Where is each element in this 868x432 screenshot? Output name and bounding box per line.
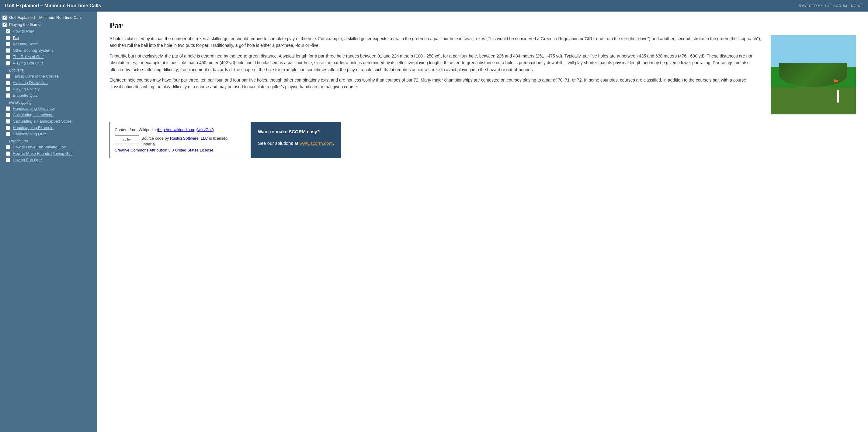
etiquette-quiz-checkbox[interactable] [6,93,10,98]
avoiding-distraction-checkbox[interactable] [6,81,10,85]
sidebar-item-handicapping-example[interactable]: Handicapping Example [0,124,97,131]
golf-course-image [771,35,856,114]
sidebar-item-playing-politely[interactable]: Playing Politely [0,86,97,92]
par-link[interactable]: Par [13,35,19,40]
other-scoring-link[interactable]: Other Scoring Systems [13,48,54,53]
playing-quiz-checkbox[interactable] [6,61,10,65]
scorm-line2-prefix: See our solutions at [258,141,300,146]
make-friends-checkbox[interactable] [6,152,10,156]
wikipedia-text: Content from Wikipedia (http://en.wikipe… [115,127,238,133]
keeping-score-link[interactable]: Keeping Score [13,42,39,46]
calculating-handicapped-score-link[interactable]: Calculating a Handicapped Score [13,119,71,124]
scorm-promo-box: Want to make SCORM easy? See our solutio… [251,122,341,158]
license-link[interactable]: Creative Commons Attribution 3.0 United … [115,148,213,152]
scorm-line2: See our solutions at www.scorm.com. [258,139,334,147]
period: . [213,148,214,152]
sidebar-item-etiquette-quiz[interactable]: Etiquette Quiz [0,92,97,99]
how-to-have-fun-link[interactable]: How to Have Fun Playing Golf [13,145,66,149]
sidebar-root-item: Golf Explained – Minimum Run-time Calls [0,14,97,21]
cc-icon: cc by [115,135,139,144]
sidebar-item-calculating-handicapped-score[interactable]: Calculating a Handicapped Score [0,118,97,124]
powered-by-label: POWERED BY THE SCORM ENGINE [798,4,863,8]
sidebar-item-rules-of-golf[interactable]: The Rules of Golf [0,54,97,60]
source-link[interactable]: Rustici Software, LLC [170,136,208,141]
how-to-have-fun-checkbox[interactable] [6,145,10,149]
cc-license-row: cc by Source code by Rustici Software, L… [115,135,238,153]
sidebar-item-par[interactable]: Par [0,34,97,41]
etiquette-quiz-link[interactable]: Etiquette Quiz [13,93,38,98]
how-to-play-link[interactable]: How to Play [13,29,34,33]
flag-icon [834,79,840,83]
handicapping-example-link[interactable]: Handicapping Example [13,125,54,130]
sidebar-item-make-friends[interactable]: How to Make Friends Playing Golf [0,150,97,157]
top-header: Golf Explained – Minimum Run-time Calls … [0,0,868,11]
scorm-website-link[interactable]: www.scorm.com [300,141,333,146]
root-checkbox[interactable] [2,16,7,20]
calculating-handicap-checkbox[interactable] [6,113,10,117]
taking-care-checkbox[interactable] [6,74,10,79]
sidebar-item-taking-care[interactable]: Taking Care of the Course [0,73,97,80]
wikipedia-attribution-box: Content from Wikipedia (http://en.wikipe… [110,122,243,158]
sidebar-item-other-scoring[interactable]: Other Scoring Systems [0,47,97,54]
keeping-score-checkbox[interactable] [6,42,10,46]
app-title: Golf Explained – Minimum Run-time Calls [5,3,101,8]
golf-course-image-container [771,35,856,114]
source-text: Source code by [142,136,170,141]
page-title: Par [110,21,856,30]
playing-section-label: Playing the Game [9,22,40,27]
sidebar-root-label: Golf Explained – Minimum Run-time Calls [9,15,83,20]
handicapping-example-checkbox[interactable] [6,126,10,130]
having-fun-quiz-checkbox[interactable] [6,158,10,162]
paragraph-3: Eighteen hole courses may have four par-… [110,77,764,90]
handicapping-overview-link[interactable]: Handicapping Overview [13,106,55,111]
etiquette-section-header: Etiquette [0,66,97,73]
sidebar-item-handicapping-overview[interactable]: Handicapping Overview [0,105,97,112]
sidebar: Golf Explained – Minimum Run-time Calls … [0,11,97,432]
how-to-play-checkbox[interactable] [6,29,10,33]
rules-checkbox[interactable] [6,55,10,59]
paragraph-2: Primarily, but not exclusively, the par … [110,53,764,73]
playing-section-checkbox[interactable] [2,23,7,27]
calculating-handicap-link[interactable]: Calculating a Handicap [13,113,54,117]
scorm-line1-text: Want to make SCORM easy? [258,129,320,134]
sidebar-item-calculating-handicap[interactable]: Calculating a Handicap [0,112,97,118]
calculating-handicapped-score-checkbox[interactable] [6,119,10,124]
playing-politely-checkbox[interactable] [6,87,10,91]
sidebar-item-avoiding-distraction[interactable]: Avoiding Distraction [0,80,97,86]
scorm-line2-suffix: . [333,141,334,146]
sidebar-item-handicapping-quiz[interactable]: Handicapping Quiz [0,131,97,137]
handicapping-section-header: Handicapping [0,99,97,105]
sidebar-item-how-to-play[interactable]: How to Play [0,28,97,34]
avoiding-distraction-link[interactable]: Avoiding Distraction [13,80,48,85]
wikipedia-text-before: Content from Wikipedia ( [115,127,158,132]
par-checkbox[interactable] [6,36,10,40]
having-fun-section-header: Having Fun [0,137,97,144]
paragraph-1: A hole is classified by its par, the num… [110,35,764,49]
handicapping-label: Handicapping [9,100,31,105]
main-content-area: Par A hole is classified by its par, the… [97,11,868,432]
make-friends-link[interactable]: How to Make Friends Playing Golf [13,151,73,156]
handicapping-quiz-checkbox[interactable] [6,132,10,136]
other-scoring-checkbox[interactable] [6,49,10,53]
playing-politely-link[interactable]: Playing Politely [13,87,39,91]
handicapping-overview-checkbox[interactable] [6,106,10,111]
etiquette-label: Etiquette [9,68,23,72]
rules-link[interactable]: The Rules of Golf [13,55,43,59]
having-fun-label: Having Fun [9,139,28,143]
content-text: A hole is classified by its par, the num… [110,35,764,114]
having-fun-quiz-link[interactable]: Having Fun Quiz [13,158,42,162]
sidebar-section-playing: Playing the Game [0,21,97,28]
main-layout: Golf Explained – Minimum Run-time Calls … [0,11,868,432]
content-body: A hole is classified by its par, the num… [110,35,856,114]
sidebar-item-keeping-score[interactable]: Keeping Score [0,41,97,47]
wikipedia-link[interactable]: http://en.wikipedia.org/wiki/Golf [158,127,213,132]
handicapping-quiz-link[interactable]: Handicapping Quiz [13,132,46,136]
bottom-sections: Content from Wikipedia (http://en.wikipe… [110,122,856,158]
sidebar-item-how-to-have-fun[interactable]: How to Have Fun Playing Golf [0,144,97,150]
playing-quiz-link[interactable]: Playing Golf Quiz [13,61,43,65]
wikipedia-text-after: ) [213,127,214,132]
sidebar-item-playing-quiz[interactable]: Playing Golf Quiz [0,60,97,66]
scorm-line1: Want to make SCORM easy? [258,128,334,136]
taking-care-link[interactable]: Taking Care of the Course [13,74,59,79]
sidebar-item-having-fun-quiz[interactable]: Having Fun Quiz [0,157,97,163]
